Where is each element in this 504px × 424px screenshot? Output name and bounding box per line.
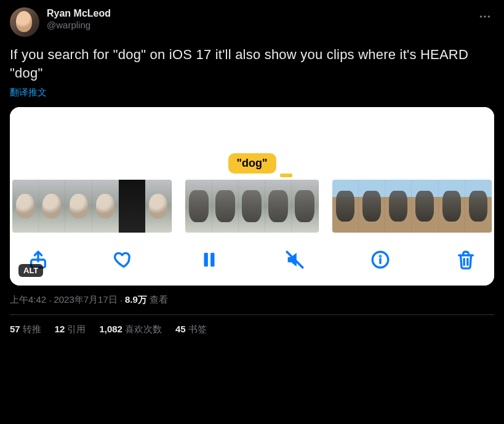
stats-row: 57转推 12引用 1,082喜欢次数 45书签 — [10, 315, 494, 335]
likes-stat[interactable]: 1,082喜欢次数 — [99, 324, 162, 335]
svg-point-9 — [380, 256, 380, 257]
views-count: 8.9万 — [125, 294, 147, 306]
quotes-count: 12 — [55, 324, 65, 334]
alt-badge[interactable]: ALT — [18, 264, 43, 277]
tweet-header: Ryan McLeod @warpling — [10, 7, 494, 37]
clip-1[interactable] — [12, 180, 172, 233]
user-row: Ryan McLeod @warpling — [10, 7, 111, 37]
avatar[interactable] — [10, 7, 39, 37]
svg-point-1 — [484, 15, 486, 18]
media-toolbar — [10, 239, 494, 286]
likes-label: 喜欢次数 — [125, 324, 162, 334]
like-button[interactable] — [111, 247, 136, 272]
media-top-whitespace: "dog" — [10, 107, 494, 174]
user-handle[interactable]: @warpling — [47, 20, 111, 31]
trash-button[interactable] — [454, 247, 478, 272]
likes-count: 1,082 — [99, 324, 122, 334]
retweets-count: 57 — [10, 324, 20, 334]
quotes-stat[interactable]: 12引用 — [55, 324, 86, 335]
caption-bubble: "dog" — [228, 153, 276, 174]
dot: · — [49, 295, 51, 305]
info-button[interactable] — [368, 247, 393, 272]
time[interactable]: 上午4:42 — [10, 294, 46, 306]
svg-rect-5 — [210, 253, 214, 267]
svg-point-0 — [480, 15, 482, 18]
views-label: 查看 — [150, 294, 168, 306]
more-button[interactable] — [476, 7, 494, 28]
tweet-text: If you search for "dog" on iOS 17 it'll … — [10, 46, 494, 82]
svg-rect-4 — [204, 253, 208, 267]
user-names: Ryan McLeod @warpling — [47, 7, 111, 31]
mute-button[interactable] — [282, 247, 307, 272]
bookmarks-count: 45 — [175, 324, 186, 334]
retweets-label: 转推 — [23, 324, 41, 334]
meta-row: 上午4:42 · 2023年7月17日 · 8.9万 查看 — [10, 294, 494, 306]
quotes-label: 引用 — [67, 324, 86, 334]
clip-3[interactable] — [332, 180, 492, 233]
bookmarks-stat[interactable]: 45书签 — [175, 324, 207, 335]
pause-button[interactable] — [197, 247, 222, 272]
svg-point-2 — [488, 15, 490, 18]
display-name[interactable]: Ryan McLeod — [47, 7, 111, 20]
date[interactable]: 2023年7月17日 — [54, 294, 117, 306]
translate-link[interactable]: 翻译推文 — [10, 87, 47, 98]
tweet-container: Ryan McLeod @warpling If you search for … — [0, 0, 504, 343]
media-card[interactable]: "dog" — [10, 107, 494, 286]
bookmarks-label: 书签 — [188, 324, 207, 334]
retweets-stat[interactable]: 57转推 — [10, 324, 41, 335]
caption-anchor — [280, 174, 292, 177]
clip-2[interactable] — [185, 180, 318, 233]
video-timeline[interactable] — [10, 174, 494, 239]
dot: · — [120, 295, 122, 305]
